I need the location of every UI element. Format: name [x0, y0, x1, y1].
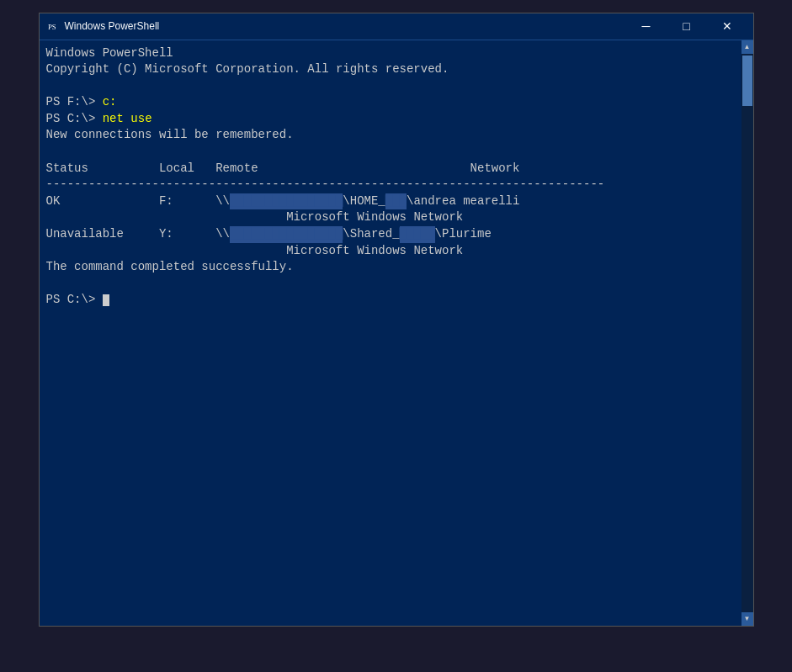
redacted-host-2: ████████████████	[230, 226, 343, 243]
close-button[interactable]: ✕	[708, 13, 747, 40]
redacted-share: █████	[400, 226, 435, 243]
scrollbar-down-button[interactable]: ▼	[742, 612, 753, 626]
separator: ----------------------------------------…	[46, 177, 605, 191]
scrollbar-thumb[interactable]	[742, 56, 752, 106]
scrollbar-up-button[interactable]: ▲	[742, 40, 753, 54]
terminal-body: Windows PowerShell Copyright (C) Microso…	[40, 40, 753, 626]
column-headers: Status Local Remote Network	[46, 161, 520, 175]
line-prompt-f: PS F:\> c:	[46, 95, 117, 108]
line-title: Windows PowerShell	[46, 46, 173, 60]
window-title: Windows PowerShell	[65, 20, 627, 32]
line-prompt-c1: PS C:\> net use	[46, 112, 152, 125]
powershell-icon: PS	[46, 19, 60, 33]
line-new-connections: New connections will be remembered.	[46, 128, 294, 141]
powershell-window: PS Windows PowerShell ─ □ ✕ Windows Powe…	[39, 13, 754, 627]
cmd-netuse: net use	[103, 112, 152, 125]
scrollbar-track[interactable]	[742, 54, 753, 612]
redacted-host-1: ████████████████	[230, 193, 343, 210]
cmd-c: c:	[103, 95, 117, 108]
line-final-prompt: PS C:\>	[46, 293, 109, 306]
maximize-button[interactable]: □	[667, 13, 706, 40]
terminal-output: Windows PowerShell Copyright (C) Microso…	[46, 45, 735, 310]
cursor	[103, 294, 109, 306]
terminal-content[interactable]: Windows PowerShell Copyright (C) Microso…	[40, 40, 742, 626]
titlebar: PS Windows PowerShell ─ □ ✕	[40, 13, 753, 40]
redacted-user: ███	[385, 193, 407, 210]
scrollbar[interactable]: ▲ ▼	[742, 40, 753, 626]
line-completed: The command completed successfully.	[46, 260, 294, 273]
minimize-button[interactable]: ─	[627, 13, 666, 40]
line-copyright: Copyright (C) Microsoft Corporation. All…	[46, 62, 449, 76]
svg-text:PS: PS	[47, 23, 56, 31]
row-unavailable: Unavailable Y: \\████████████████\Shared…	[46, 227, 492, 257]
row-ok: OK F: \\████████████████\HOME_███\andrea…	[46, 194, 520, 225]
window-controls: ─ □ ✕	[627, 13, 747, 40]
